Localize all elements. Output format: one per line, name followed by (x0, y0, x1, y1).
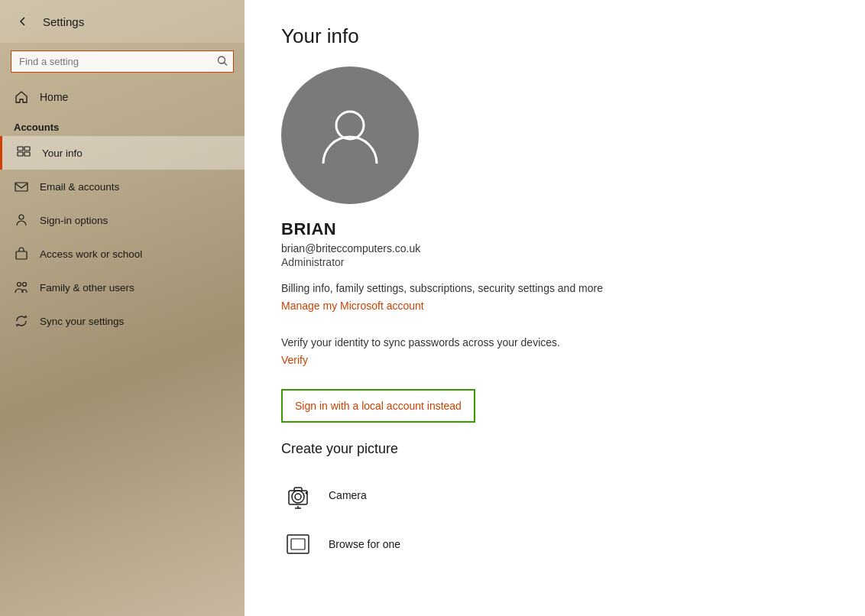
svg-rect-2 (18, 147, 23, 151)
family-icon (14, 280, 29, 295)
create-picture-title: Create your picture (281, 441, 828, 457)
svg-point-10 (23, 283, 27, 287)
email-icon (14, 179, 29, 194)
sidebar-item-family[interactable]: Family & other users (0, 271, 245, 304)
email-accounts-label: Email & accounts (40, 181, 119, 193)
home-icon (14, 89, 29, 105)
svg-point-0 (219, 57, 225, 63)
verify-link[interactable]: Verify (281, 354, 308, 366)
browse-option[interactable]: Browse for one (281, 520, 828, 569)
search-icon (217, 55, 228, 68)
avatar (281, 66, 419, 204)
sidebar: Settings Home Accounts Yo (0, 0, 245, 616)
sidebar-item-email-accounts[interactable]: Email & accounts (0, 170, 245, 203)
svg-point-11 (336, 112, 364, 139)
sidebar-header: Settings (0, 0, 245, 43)
svg-rect-18 (287, 535, 309, 553)
sign-in-icon (14, 212, 29, 228)
camera-icon (281, 478, 315, 512)
user-email: brian@briteccomputers.co.uk (281, 242, 828, 255)
search-input[interactable] (11, 50, 234, 73)
svg-rect-3 (24, 147, 30, 151)
svg-point-12 (292, 491, 304, 503)
sidebar-item-sync[interactable]: Sync your settings (0, 304, 245, 338)
svg-rect-8 (16, 251, 27, 259)
billing-info-text: Billing info, family settings, subscript… (281, 282, 828, 294)
family-label: Family & other users (40, 282, 134, 293)
sidebar-item-access-work[interactable]: Access work or school (0, 237, 245, 271)
user-role: Administrator (281, 256, 828, 268)
svg-rect-5 (24, 152, 30, 156)
sync-label: Sync your settings (40, 316, 124, 327)
sidebar-item-sign-in[interactable]: Sign-in options (0, 203, 245, 237)
search-box[interactable] (11, 50, 234, 73)
back-button[interactable] (12, 11, 34, 32)
camera-option[interactable]: Camera (281, 471, 828, 520)
svg-point-13 (295, 494, 301, 500)
home-label: Home (40, 91, 68, 103)
svg-rect-19 (291, 539, 305, 550)
accounts-section-label: Accounts (0, 114, 245, 136)
main-content: Your info BRIAN brian@briteccomputers.co… (245, 0, 865, 616)
sidebar-item-your-info[interactable]: Your info (0, 136, 245, 170)
access-work-label: Access work or school (40, 248, 142, 260)
svg-point-7 (19, 215, 24, 219)
sign-in-label: Sign-in options (40, 215, 108, 226)
svg-rect-6 (15, 183, 28, 191)
sidebar-title: Settings (43, 15, 84, 28)
your-info-icon (16, 145, 31, 160)
avatar-section (281, 66, 828, 204)
browse-icon (281, 527, 315, 561)
user-name: BRIAN (281, 219, 828, 239)
svg-point-15 (306, 492, 308, 494)
your-info-label: Your info (42, 148, 83, 159)
local-account-button[interactable]: Sign in with a local account instead (281, 389, 475, 423)
svg-rect-4 (18, 152, 23, 156)
sidebar-home-button[interactable]: Home (0, 80, 245, 114)
camera-label: Camera (329, 489, 367, 501)
sync-icon (14, 313, 29, 329)
svg-point-9 (18, 283, 21, 287)
page-title: Your info (281, 24, 828, 48)
verify-text: Verify your identity to sync passwords a… (281, 336, 828, 349)
manage-account-link[interactable]: Manage my Microsoft account (281, 300, 424, 312)
access-work-icon (14, 246, 29, 261)
browse-label: Browse for one (329, 538, 400, 550)
svg-line-1 (225, 63, 228, 66)
